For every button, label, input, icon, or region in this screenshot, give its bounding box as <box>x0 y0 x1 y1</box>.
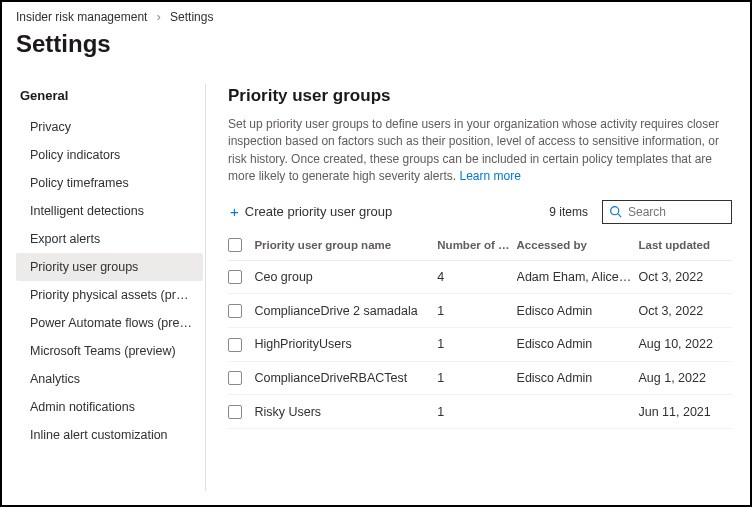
table-row[interactable]: HighPriorityUsers1Edisco AdminAug 10, 20… <box>228 327 732 361</box>
main-panel: Priority user groups Set up priority use… <box>206 84 736 491</box>
cell-name[interactable]: ComplianceDrive 2 samadala <box>254 294 437 328</box>
cell-members: 1 <box>437 395 516 429</box>
section-title: Priority user groups <box>228 84 732 116</box>
create-priority-user-group-button[interactable]: + Create priority user group <box>228 200 394 223</box>
cell-name[interactable]: Ceo group <box>254 260 437 294</box>
svg-point-0 <box>611 207 619 215</box>
chevron-right-icon: › <box>157 10 161 24</box>
column-header-members[interactable]: Number of memb... <box>437 230 516 261</box>
breadcrumb-current: Settings <box>170 10 213 24</box>
cell-members: 4 <box>437 260 516 294</box>
cell-members: 1 <box>437 327 516 361</box>
cell-accessed <box>517 395 639 429</box>
row-checkbox[interactable] <box>228 371 242 385</box>
table-row[interactable]: Risky Users1Jun 11, 2021 <box>228 395 732 429</box>
search-icon <box>609 205 622 218</box>
column-header-updated[interactable]: Last updated <box>638 230 732 261</box>
cell-accessed: Edisco Admin <box>517 361 639 395</box>
sidebar-item-priority-user-groups[interactable]: Priority user groups <box>16 253 203 281</box>
page-title: Settings <box>2 26 750 72</box>
sidebar-item-microsoft-teams-preview[interactable]: Microsoft Teams (preview) <box>16 337 203 365</box>
svg-line-1 <box>618 214 621 217</box>
table-row[interactable]: Ceo group4Adam Eham, Alice DoeOct 3, 202… <box>228 260 732 294</box>
table-row[interactable]: ComplianceDrive 2 samadala1Edisco AdminO… <box>228 294 732 328</box>
cell-updated: Aug 10, 2022 <box>638 327 732 361</box>
learn-more-link[interactable]: Learn more <box>459 169 520 183</box>
breadcrumb: Insider risk management › Settings <box>2 2 750 26</box>
sidebar-item-analytics[interactable]: Analytics <box>16 365 203 393</box>
cell-updated: Oct 3, 2022 <box>638 260 732 294</box>
create-button-label: Create priority user group <box>245 204 392 219</box>
sidebar-item-admin-notifications[interactable]: Admin notifications <box>16 393 203 421</box>
column-header-select[interactable] <box>228 230 254 261</box>
cell-updated: Aug 1, 2022 <box>638 361 732 395</box>
search-input[interactable] <box>628 205 725 219</box>
select-all-checkbox[interactable] <box>228 238 242 252</box>
cell-updated: Jun 11, 2021 <box>638 395 732 429</box>
cell-name[interactable]: Risky Users <box>254 395 437 429</box>
row-checkbox[interactable] <box>228 304 242 318</box>
row-checkbox[interactable] <box>228 270 242 284</box>
cell-name[interactable]: ComplianceDriveRBACTest <box>254 361 437 395</box>
sidebar-item-policy-timeframes[interactable]: Policy timeframes <box>16 169 203 197</box>
cell-accessed: Edisco Admin <box>517 327 639 361</box>
cell-updated: Oct 3, 2022 <box>638 294 732 328</box>
breadcrumb-root[interactable]: Insider risk management <box>16 10 147 24</box>
column-header-name[interactable]: Priority user group name <box>254 230 437 261</box>
cell-name[interactable]: HighPriorityUsers <box>254 327 437 361</box>
sidebar-item-priority-physical-assets-preview[interactable]: Priority physical assets (preview) <box>16 281 203 309</box>
table-row[interactable]: ComplianceDriveRBACTest1Edisco AdminAug … <box>228 361 732 395</box>
section-description: Set up priority user groups to define us… <box>228 116 732 190</box>
plus-icon: + <box>230 204 239 219</box>
sidebar-section-header: General <box>16 84 203 113</box>
column-header-accessed[interactable]: Accessed by <box>517 230 639 261</box>
cell-accessed: Adam Eham, Alice Doe <box>517 260 639 294</box>
sidebar-item-privacy[interactable]: Privacy <box>16 113 203 141</box>
sidebar-item-export-alerts[interactable]: Export alerts <box>16 225 203 253</box>
row-checkbox[interactable] <box>228 338 242 352</box>
cell-accessed: Edisco Admin <box>517 294 639 328</box>
settings-sidebar: General PrivacyPolicy indicatorsPolicy t… <box>16 84 206 491</box>
cell-members: 1 <box>437 294 516 328</box>
search-box[interactable] <box>602 200 732 224</box>
command-bar: + Create priority user group 9 items <box>228 190 732 230</box>
sidebar-item-power-automate-flows-preview[interactable]: Power Automate flows (preview) <box>16 309 203 337</box>
sidebar-item-intelligent-detections[interactable]: Intelligent detections <box>16 197 203 225</box>
priority-user-groups-table: Priority user group name Number of memb.… <box>228 230 732 430</box>
sidebar-item-inline-alert-customization[interactable]: Inline alert customization <box>16 421 203 449</box>
row-checkbox[interactable] <box>228 405 242 419</box>
cell-members: 1 <box>437 361 516 395</box>
item-count: 9 items <box>549 205 588 219</box>
sidebar-item-policy-indicators[interactable]: Policy indicators <box>16 141 203 169</box>
